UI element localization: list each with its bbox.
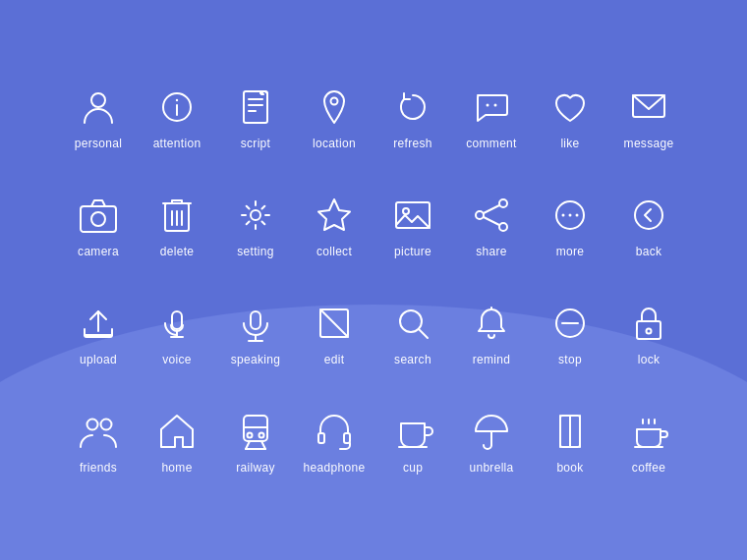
icon-setting-label: setting (237, 245, 273, 258)
svg-point-10 (494, 104, 497, 107)
icon-upload-label: upload (80, 353, 117, 366)
icon-remind-label: remind (473, 353, 510, 366)
svg-point-25 (499, 223, 507, 231)
icon-headphone: headphone (295, 410, 374, 475)
svg-point-0 (91, 93, 105, 107)
icon-camera: camera (59, 194, 138, 258)
icon-back: back (609, 194, 688, 258)
svg-point-8 (331, 98, 338, 105)
svg-point-29 (562, 214, 565, 217)
icon-delete: delete (138, 194, 216, 258)
icon-grid: personal attention script location (59, 64, 688, 496)
icon-speaking-label: speaking (231, 353, 280, 366)
icon-comment-label: comment (466, 137, 516, 150)
svg-point-31 (576, 214, 579, 217)
svg-rect-34 (172, 311, 182, 329)
icon-camera-label: camera (78, 245, 119, 258)
svg-point-24 (476, 211, 484, 219)
icon-headphone-label: headphone (304, 461, 366, 475)
icon-railway: railway (216, 410, 295, 475)
icon-refresh: refresh (374, 85, 452, 150)
icon-friends-label: friends (80, 461, 117, 475)
icon-collect-label: collect (316, 245, 352, 258)
svg-point-9 (487, 104, 489, 107)
icon-location-label: location (313, 137, 356, 150)
icon-home: home (138, 410, 216, 475)
icon-like-label: like (560, 137, 579, 150)
icon-picture: picture (374, 194, 452, 258)
svg-point-23 (499, 199, 507, 207)
icon-friends: friends (59, 410, 138, 475)
icon-message: message (609, 85, 688, 150)
svg-point-49 (87, 420, 98, 430)
icon-remind: remind (452, 302, 531, 366)
svg-rect-12 (81, 206, 116, 232)
icon-like: like (531, 85, 609, 150)
icon-script: script (216, 85, 295, 150)
icon-personal: personal (59, 85, 138, 150)
svg-point-3 (176, 99, 178, 101)
icon-edit-label: edit (324, 353, 345, 366)
svg-point-54 (259, 433, 264, 438)
icon-refresh-label: refresh (393, 137, 431, 150)
icon-search: search (374, 302, 452, 366)
icon-delete-label: delete (160, 245, 195, 258)
svg-rect-58 (318, 433, 324, 443)
icon-coffee-label: coffee (632, 461, 665, 475)
icon-voice: voice (138, 302, 216, 366)
icon-collect: collect (295, 194, 374, 258)
icon-coffee: coffee (609, 410, 688, 475)
svg-point-30 (569, 214, 572, 217)
icon-book-label: book (556, 461, 583, 475)
svg-line-56 (261, 441, 265, 449)
icon-comment: comment (452, 85, 531, 150)
svg-line-26 (484, 205, 499, 213)
icon-voice-label: voice (162, 353, 192, 366)
icon-attention-label: attention (153, 137, 201, 150)
icon-share-label: share (476, 245, 507, 258)
icon-unbrella: unbrella (452, 410, 531, 475)
icon-picture-label: picture (394, 245, 431, 258)
icon-stop: stop (531, 302, 609, 366)
icon-personal-label: personal (75, 137, 122, 150)
icon-more-label: more (556, 245, 585, 258)
svg-line-41 (320, 309, 348, 337)
icon-unbrella-label: unbrella (469, 461, 513, 475)
icon-more: more (531, 194, 609, 258)
svg-rect-37 (251, 311, 260, 329)
icon-home-label: home (161, 461, 192, 475)
svg-point-53 (248, 433, 253, 438)
icon-cup-label: cup (403, 461, 423, 475)
svg-rect-59 (344, 433, 350, 443)
icon-upload: upload (59, 302, 138, 366)
icon-share: share (452, 194, 531, 258)
icon-lock-label: lock (638, 353, 661, 366)
svg-point-13 (91, 212, 105, 226)
svg-marker-20 (318, 199, 350, 230)
icon-setting: setting (216, 194, 295, 258)
icon-stop-label: stop (558, 353, 582, 366)
icon-speaking: speaking (216, 302, 295, 366)
icon-edit: edit (295, 302, 374, 366)
icon-attention: attention (138, 85, 216, 150)
icon-railway-label: railway (236, 461, 274, 475)
icon-location: location (295, 85, 374, 150)
icon-lock: lock (609, 302, 688, 366)
icon-cup: cup (374, 410, 452, 475)
svg-line-27 (484, 217, 499, 225)
svg-line-43 (419, 329, 428, 338)
svg-rect-4 (244, 91, 267, 123)
icon-search-label: search (394, 353, 431, 366)
svg-point-50 (101, 420, 112, 430)
svg-point-32 (635, 201, 662, 229)
svg-point-22 (403, 208, 409, 214)
svg-line-55 (246, 441, 250, 449)
icon-back-label: back (636, 245, 662, 258)
svg-point-48 (647, 329, 652, 334)
icon-message-label: message (624, 137, 674, 150)
icon-book: book (531, 410, 609, 475)
svg-point-19 (251, 210, 260, 220)
svg-rect-47 (637, 321, 661, 339)
icon-script-label: script (241, 137, 270, 150)
